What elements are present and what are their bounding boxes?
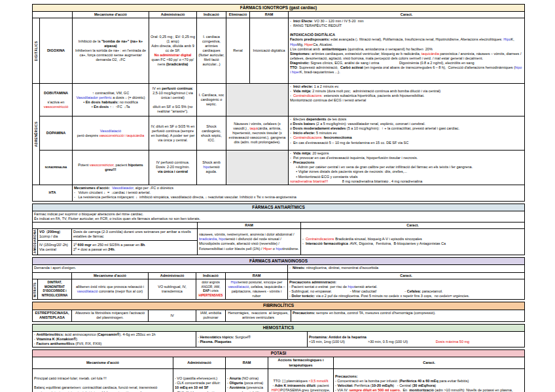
- text-segment: Vida mitja:: [293, 89, 312, 93]
- cell-fibrinolitics-indicacio: IAM, embòlia pulmonar: [196, 310, 226, 321]
- text-segment: Plasma. Plaquetas: [200, 340, 231, 344]
- text-segment: Fàrmac indicat per suprimir o bloquejar …: [34, 212, 143, 216]
- text-segment: Hiper: [304, 43, 313, 46]
- text-segment: vasoconstrictor,: [90, 163, 115, 167]
- text-line: IV en perfusió contínua: 2,5-10 mcg/kg/m…: [151, 86, 195, 100]
- drug-name-hta: HTA: [33, 185, 73, 201]
- cell-potasi-mecanisme: Principal catió intracel·lular; metab. c…: [33, 368, 173, 392]
- row-hta: HTA Mecanismes d'acció: Vasodilatador, a…: [33, 185, 525, 201]
- text-segment: para evitar flebitis): [439, 379, 469, 383]
- text-line: - Vida mitja: 20 segons: [290, 151, 523, 156]
- col-header-mecanisme: Mecanisme d'acció: [72, 273, 149, 279]
- text-segment: feocromocitoma: [324, 135, 352, 139]
- text-segment: tensió: [210, 165, 220, 169]
- cell-fibrinolitics-caract: Precaucions: sempre en bomba, control TA…: [291, 310, 525, 321]
- text-segment: - Volum circulant ↓ = ↓cardíac i tensió …: [74, 190, 151, 194]
- text-segment: estenosis subaòrtica hipertròfica, pacie…: [323, 94, 424, 98]
- text-line: IV (150mg/20'-2h): [39, 243, 70, 247]
- text-segment: hipo: [348, 285, 355, 289]
- text-segment: HIPO: [272, 388, 280, 392]
- text-segment: Vasodilatació: [100, 129, 121, 133]
- text-segment: nàusees, vòmits, restrenyment, anorèxia …: [199, 232, 295, 236]
- text-segment: hipo: [276, 247, 282, 251]
- text-segment: • Vigilar zones distals dels pacients si…: [290, 169, 407, 173]
- text-segment: Contraindicacions:: [293, 135, 323, 139]
- text-line: Via central: [39, 247, 70, 252]
- text-line: 2º = dosi a passar en 24h.: [73, 247, 196, 252]
- text-segment: D'ISOCORBIDE i: [43, 289, 66, 293]
- text-segment: Velocitat:: [337, 383, 353, 387]
- text-line: - Hemostàtics tòpics: Surgicel®: [198, 335, 306, 340]
- group-label-digitalics: DIGITÀLICS: [33, 18, 40, 84]
- text-segment: Hipo: [231, 280, 238, 284]
- col-header-ram: RAM: [226, 273, 288, 279]
- col-header-eliminacio: Eliminació: [226, 12, 250, 18]
- text-segment: : VO 30 – 120 min / IV 5-20 min: [312, 19, 364, 23]
- text-segment: MONONITRAT: [45, 285, 65, 289]
- text-line: - Inici Efecte: VO 30 – 120 min / IV 5-2…: [290, 19, 523, 24]
- text-segment: Surgicel®: [234, 335, 251, 339]
- cell-digoxina-mecanisme: Inhibició de la "bomba de na+" (na+ k+ a…: [73, 18, 149, 84]
- col-header-caract: Caract.: [301, 222, 525, 228]
- text-segment: Hipo: [503, 37, 510, 41]
- text-line: VO sublingual, IV, transdèrmica: [150, 285, 194, 294]
- cell-amiodarona-iv-mecanisme: 1º 600 mgr en 250 ml SG5% a passar en 8h…: [72, 240, 198, 255]
- text-segment: diluït en SF o SG 5% (no realitzar "arra…: [153, 105, 194, 113]
- text-line: diluït en SF o SG 5% (no realitzar "arra…: [151, 105, 195, 114]
- text-line: - Pacient sentat o estirat per risc de h…: [289, 285, 523, 289]
- drug-name-noradrenalina: NORADRENALINA: [40, 151, 73, 185]
- text-segment: antiarítmiques: [322, 47, 347, 51]
- section-title-fibrinolitics: FIBRINOLÍTICS: [33, 302, 525, 310]
- text-line: <15 min, 1mg (100 UI) >30 min, 0.5 mg (1…: [309, 340, 523, 344]
- text-segment: Hiper: [263, 247, 272, 251]
- cell-hemostatics-antifibrinolitics: - Antifibrinolítics: àcid aminocaproico …: [33, 332, 196, 347]
- text-line: - Vida mitja: 2 minuts (dura molt poc; a…: [290, 89, 523, 94]
- text-line: - Inici efecte: 1 a 2 minuts ev.: [290, 84, 523, 89]
- text-segment: 30 mEq/hora: [413, 383, 435, 387]
- row-nitrats: NITRATS DINITRAT,MONONITRATD'ISOCORBIDE …: [33, 279, 525, 300]
- text-segment: .: [115, 247, 116, 251]
- text-line: Adm directa, diluïda amb 9 cc de SF.: [151, 44, 195, 53]
- text-segment: .: [145, 243, 146, 247]
- text-segment: ANGOR, IAM,: [202, 285, 221, 289]
- text-segment: Via central: [39, 247, 56, 251]
- text-line: Símptomes: arítmies cardíaques, extrasís…: [290, 52, 523, 61]
- text-line: - RANG TERAPÈUTIC REDUÏT: [290, 24, 523, 28]
- text-line: ESTREPTOCINASA,: [34, 311, 70, 315]
- group-label-amiodarona: AMIODARONA: [33, 228, 38, 255]
- cell-fibrinolitics-mecanisme: Afavoreix la fibrinòlisis mitjançant l'a…: [72, 310, 149, 321]
- cell-noradrenalina-administracio: IV perfusió contínua.Dosis: 2-20 mcg/min…: [149, 151, 197, 185]
- text-segment: Factors predisposants:: [290, 37, 330, 41]
- text-segment: Perifèrica 40 a 60 mEq: [400, 379, 438, 383]
- text-segment: paracetamol.: [421, 289, 442, 293]
- text-line: Hemorràgies, reaccions al·lèrgiques, arí…: [227, 311, 289, 320]
- text-segment: aguda.: [206, 169, 217, 173]
- text-line: 1º 600 mgr en 250 ml SG5% a passar en 8h…: [73, 243, 196, 247]
- text-segment: dolor anginós: [202, 281, 220, 284]
- text-line: No administrar digital quan FC <60 pp' o…: [151, 53, 195, 67]
- header-spacer: [33, 273, 72, 279]
- text-segment: Adm K intravenós diluït:: [275, 383, 317, 387]
- text-segment: ). 4-6g en 250cc en 1h: [120, 332, 156, 336]
- text-segment: Vasodilatador perifèric: [76, 96, 111, 99]
- text-line: - Contraindicacions Bradicàrdia sinusal,…: [302, 237, 523, 241]
- text-segment: - En cas d'extravasació 5 – 10 mg de fen…: [290, 141, 408, 145]
- col-header-caract: Caract.: [289, 12, 525, 18]
- group-label-adrenergics: ADRENÈRGICS: [33, 84, 40, 185]
- text-segment: TTO: [290, 65, 297, 69]
- text-segment: Precaucions administració:: [289, 280, 336, 284]
- drug-name-digoxina: DIGOXINA: [40, 18, 73, 84]
- cell-potasi-ram: - Anuria (NO orina)- Oliguria (poca orin…: [226, 368, 268, 392]
- text-line: - Volum circulant ↓ = ↓cardíac i tensió …: [74, 190, 523, 195]
- col-header-caract: Caract.: [334, 357, 525, 368]
- text-segment: - Efectes: [290, 117, 306, 121]
- text-segment: • Monitorització ECG y constants vitals: [290, 175, 357, 179]
- col-header-ram: RAM: [198, 222, 301, 228]
- text-segment: tensió arterial.: [355, 285, 378, 289]
- col-header-administracio: Administració: [173, 357, 226, 368]
- cell-dopamina-caract: - Efectes dependents de les dosiso Dosis…: [289, 116, 525, 151]
- text-segment: perfusió contínua:: [162, 86, 193, 90]
- text-segment: - CLK concentrada per diluir:: [175, 381, 221, 385]
- text-segment: Vida mitja:: [293, 151, 312, 155]
- text-segment: Hipo: [290, 43, 297, 46]
